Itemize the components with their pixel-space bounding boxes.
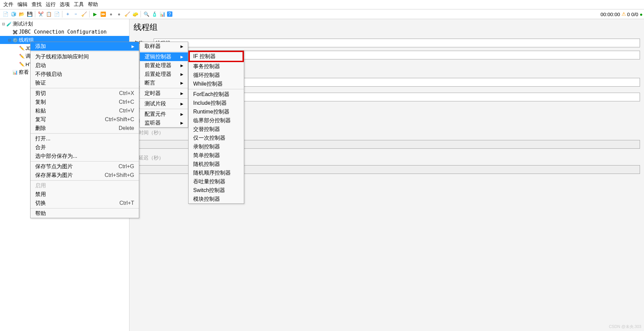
copy-icon[interactable]: 📋 [45, 11, 52, 17]
warning-icon: ⚠ [622, 11, 626, 17]
ctx-main-item-22[interactable]: 切换Ctrl+T [31, 199, 139, 207]
menu-run[interactable]: 运行 [44, 1, 57, 8]
name-input[interactable] [154, 39, 640, 47]
config-icon: ✖️ [12, 29, 18, 35]
ctx-logic-item-15[interactable]: 吞吐量控制器 [189, 177, 244, 186]
ctx-logic-item-7[interactable]: Runtime控制器 [189, 107, 244, 116]
ctx-main-item-7[interactable]: 剪切Ctrl+X [31, 89, 139, 98]
minus-icon[interactable]: － [72, 11, 79, 17]
templates-icon[interactable]: 🧊 [10, 11, 17, 17]
ctx-add-item-5[interactable]: 断言▶ [140, 79, 188, 87]
separator [62, 11, 62, 17]
ctx-main-item-2[interactable]: 为子线程添加响应时间 [31, 52, 139, 61]
menu-file[interactable]: 文件 [2, 1, 15, 8]
ctx-logic-item-2[interactable]: 循环控制器 [189, 71, 244, 80]
ctx-add-item-9[interactable]: 测试片段▶ [140, 99, 188, 108]
ctx-main-item-9[interactable]: 粘贴Ctrl+V [31, 106, 139, 115]
ctx-add-item-4[interactable]: 后置处理器▶ [140, 70, 188, 79]
separator [35, 11, 35, 17]
menu-help[interactable]: 帮助 [87, 1, 99, 8]
separator [89, 11, 90, 17]
sampler-icon: ✏️ [19, 53, 25, 59]
ctx-logic-item-8[interactable]: 临界部分控制器 [189, 116, 244, 125]
ctx-main-item-11[interactable]: 删除Delete [31, 124, 139, 133]
expander-icon[interactable]: ⊟ [1, 22, 5, 26]
context-submenu-add[interactable]: 取样器▶逻辑控制器▶前置处理器▶后置处理器▶断言▶定时器▶测试片段▶配置元件▶监… [140, 42, 188, 128]
ctx-add-item-3[interactable]: 前置处理器▶ [140, 61, 188, 70]
sampler-icon: ✏️ [19, 45, 25, 51]
ctx-add-item-12[interactable]: 监听器▶ [140, 119, 188, 127]
stop-icon[interactable]: ● [108, 11, 114, 17]
panel-title: 线程组 [133, 22, 640, 33]
ctx-logic-item-14[interactable]: 随机顺序控制器 [189, 169, 244, 177]
tree-root-label: 测试计划 [13, 21, 33, 27]
clear-all-icon[interactable]: 🧽 [132, 11, 139, 17]
menu-options[interactable]: 选项 [58, 1, 71, 8]
ctx-add-item-11[interactable]: 配置元件▶ [140, 110, 188, 119]
start-icon[interactable]: ▶ [92, 11, 98, 17]
ctx-logic-item-17[interactable]: 模块控制器 [189, 195, 244, 203]
menu-tools[interactable]: 工具 [72, 1, 85, 8]
test-plan-icon: 🧪 [6, 21, 12, 27]
ctx-add-item-2[interactable]: 逻辑控制器▶ [140, 52, 188, 61]
open-icon[interactable]: 📂 [18, 11, 25, 17]
search-icon[interactable]: 🔍 [143, 11, 150, 17]
ctx-logic-item-16[interactable]: Switch控制器 [189, 186, 244, 195]
help-icon[interactable]: ? [167, 11, 172, 17]
ctx-add-item-0[interactable]: 取样器▶ [140, 42, 188, 51]
ctx-main-item-21[interactable]: 禁用 [31, 190, 139, 199]
ctx-main-item-5[interactable]: 验证 [31, 79, 139, 87]
warn-count: 0 0/0 [627, 11, 638, 17]
new-icon[interactable]: 📄 [2, 11, 9, 17]
paste-icon[interactable]: 📄 [53, 11, 60, 17]
ctx-main-item-13[interactable]: 打开... [31, 134, 139, 143]
watermark: CSDN @未央.303 [609, 324, 641, 330]
threads-icon: ● [640, 11, 643, 17]
ctx-main-item-15[interactable]: 选中部分保存为... [31, 152, 139, 160]
ctx-logic-item-3[interactable]: While控制器 [189, 80, 244, 88]
ctx-main-item-24[interactable]: 帮助 [31, 209, 139, 218]
context-menu-main[interactable]: 添加▶为子线程添加响应时间启动不停顿启动验证剪切Ctrl+X复制Ctrl+C粘贴… [30, 42, 139, 218]
start-no-timers-icon[interactable]: ⏩ [100, 11, 106, 17]
function-helper-icon[interactable]: 📊 [159, 11, 166, 17]
ctx-main-item-10[interactable]: 复写Ctrl+Shift+C [31, 115, 139, 124]
cut-icon[interactable]: ✂️ [37, 11, 44, 17]
wrench-icon[interactable]: 🧹 [80, 11, 87, 17]
ctx-main-item-3[interactable]: 启动 [31, 61, 139, 70]
separator [141, 11, 141, 17]
thread-group-icon: ⚙️ [12, 37, 18, 43]
menu-search[interactable]: 查找 [30, 1, 43, 8]
ctx-logic-item-11[interactable]: 录制控制器 [189, 142, 244, 151]
tree-root[interactable]: ⊟ 🧪 测试计划 [0, 20, 129, 28]
listener-icon: 📊 [12, 69, 18, 75]
ctx-logic-item-1[interactable]: 事务控制器 [189, 62, 244, 71]
ctx-main-item-8[interactable]: 复制Ctrl+C [31, 98, 139, 106]
ctx-logic-item-9[interactable]: 交替控制器 [189, 125, 244, 134]
plus-icon[interactable]: ＋ [64, 11, 71, 17]
ctx-main-item-4[interactable]: 不停顿启动 [31, 70, 139, 79]
elapsed-time: 00:00:00 [600, 11, 620, 17]
ctx-main-item-14[interactable]: 合并 [31, 143, 139, 152]
expander-icon[interactable]: ⊟ [7, 38, 11, 42]
ctx-logic-item-5[interactable]: ForEach控制器 [189, 90, 244, 99]
toolbar: 📄 🧊 📂 💾 ✂️ 📋 📄 ＋ － 🧹 ▶ ⏩ ● ● 🧹 🧽 🔍 🧴 📊 ?… [0, 9, 644, 19]
ctx-main-item-17[interactable]: 保存节点为图片Ctrl+G [31, 162, 139, 171]
save-icon[interactable]: 💾 [26, 11, 33, 17]
tree-jdbc-config[interactable]: ✖️ JDBC Connection Configuration [0, 28, 129, 36]
clear-icon[interactable]: 🧹 [124, 11, 130, 17]
ctx-logic-item-6[interactable]: Include控制器 [189, 99, 244, 107]
reset-search-icon[interactable]: 🧴 [151, 11, 158, 17]
ctx-logic-item-12[interactable]: 简单控制器 [189, 151, 244, 160]
ctx-main-item-18[interactable]: 保存屏幕为图片Ctrl+Shift+G [31, 171, 139, 180]
ctx-logic-item-10[interactable]: 仅一次控制器 [189, 134, 244, 142]
context-submenu-logic-controller[interactable]: IF 控制器事务控制器循环控制器While控制器ForEach控制器Includ… [188, 50, 244, 204]
ctx-logic-item-0[interactable]: IF 控制器 [189, 51, 244, 62]
ctx-add-item-7[interactable]: 定时器▶ [140, 89, 188, 98]
ctx-main-item-0[interactable]: 添加▶ [31, 42, 139, 51]
tree-item-listener-label: 察看 [19, 69, 29, 76]
menubar: 文件 编辑 查找 运行 选项 工具 帮助 [0, 0, 644, 9]
tree-item-tiao-label: 调 [25, 53, 31, 59]
ctx-logic-item-13[interactable]: 随机控制器 [189, 160, 244, 169]
shutdown-icon[interactable]: ● [116, 11, 122, 17]
menu-edit[interactable]: 编辑 [16, 1, 29, 8]
